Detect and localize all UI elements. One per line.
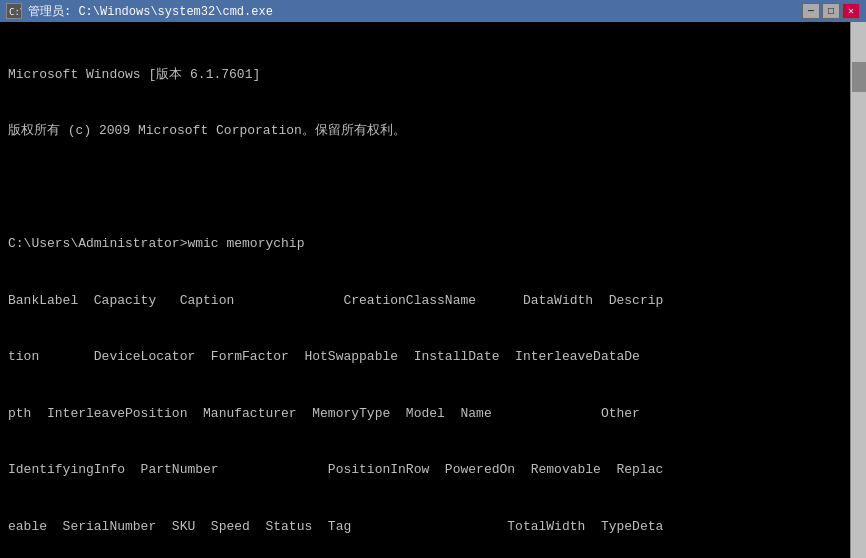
- close-button[interactable]: ✕: [842, 3, 860, 19]
- minimize-button[interactable]: ─: [802, 3, 820, 19]
- titlebar-title: 管理员: C:\Windows\system32\cmd.exe: [28, 3, 273, 20]
- header-line-2: tion DeviceLocator FormFactor HotSwappab…: [8, 348, 858, 367]
- cmd-icon: C:\: [6, 3, 22, 19]
- blank-line-1: [8, 179, 858, 198]
- scrollbar-thumb[interactable]: [852, 62, 866, 92]
- scrollbar[interactable]: [850, 22, 866, 558]
- restore-button[interactable]: □: [822, 3, 840, 19]
- header-line-5: eable SerialNumber SKU Speed Status Tag …: [8, 518, 858, 537]
- titlebar-left: C:\ 管理员: C:\Windows\system32\cmd.exe: [6, 3, 273, 20]
- header-line-4: IdentifyingInfo PartNumber PositionInRow…: [8, 461, 858, 480]
- titlebar: C:\ 管理员: C:\Windows\system32\cmd.exe ─ □…: [0, 0, 866, 22]
- svg-text:C:\: C:\: [9, 7, 21, 17]
- header-line-1: BankLabel Capacity Caption CreationClass…: [8, 292, 858, 311]
- header-line-3: pth InterleavePosition Manufacturer Memo…: [8, 405, 858, 424]
- cmd-output: Microsoft Windows [版本 6.1.7601] 版权所有 (c)…: [0, 22, 866, 558]
- titlebar-controls[interactable]: ─ □ ✕: [802, 3, 860, 19]
- wmic-command-line: C:\Users\Administrator>wmic memorychip: [8, 235, 858, 254]
- copyright-line: 版权所有 (c) 2009 Microsoft Corporation。保留所有…: [8, 122, 858, 141]
- win-version-line: Microsoft Windows [版本 6.1.7601]: [8, 66, 858, 85]
